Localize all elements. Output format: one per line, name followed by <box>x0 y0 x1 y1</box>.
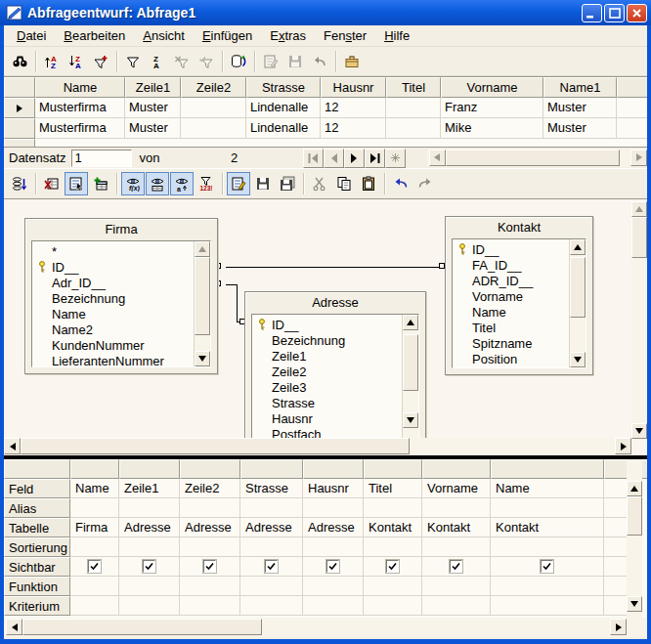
funktion-cell[interactable] <box>119 577 180 596</box>
column-header[interactable]: Zeile1 <box>125 77 181 98</box>
field-row[interactable]: Zeile3 <box>252 379 402 395</box>
feld-cell[interactable]: Name <box>491 479 604 498</box>
cell[interactable] <box>181 98 246 118</box>
criteria-column-header[interactable] <box>240 459 303 479</box>
distinct-values-icon[interactable]: 123! <box>195 172 218 195</box>
find-record-icon[interactable] <box>8 50 31 73</box>
sortierung-cell[interactable] <box>303 537 364 557</box>
column-header[interactable]: Titel <box>386 77 441 98</box>
feld-cell[interactable]: Hausnr <box>303 479 364 498</box>
sichtbar-checkbox[interactable] <box>326 560 339 573</box>
copy-icon[interactable] <box>332 172 356 195</box>
table-row[interactable]: Musterfirma Muster Lindenalle 12 Mike Mu… <box>4 118 647 139</box>
autofilter-icon[interactable] <box>89 50 112 73</box>
feld-cell[interactable]: Strasse <box>240 479 303 498</box>
minimize-button[interactable] <box>582 4 602 22</box>
field-row[interactable]: Bezeichnung <box>252 332 402 348</box>
kriterium-cell[interactable] <box>180 596 240 616</box>
field-row[interactable]: Name2 <box>32 322 194 337</box>
column-header[interactable]: Name1 <box>543 77 617 98</box>
navigator-horizontal-scrollbar[interactable] <box>427 150 647 167</box>
field-row[interactable]: FA_ID__ <box>453 257 569 273</box>
table-title[interactable]: Firma <box>25 219 217 240</box>
scroll-left-button[interactable] <box>4 438 21 454</box>
cell[interactable] <box>181 118 246 139</box>
menu-fenster[interactable]: Fenster <box>315 26 375 45</box>
cell[interactable]: Muster <box>543 98 617 118</box>
funktion-cell[interactable] <box>604 577 627 596</box>
column-header[interactable]: Zeile2 <box>181 77 246 98</box>
sortierung-cell[interactable] <box>240 537 303 557</box>
criteria-column-header[interactable] <box>70 459 119 479</box>
last-record-button[interactable] <box>365 149 385 168</box>
cell[interactable]: Muster <box>125 98 181 118</box>
first-record-button[interactable] <box>303 149 324 168</box>
alias-cell[interactable] <box>240 498 303 518</box>
apply-filter-icon[interactable] <box>195 50 218 73</box>
tabelle-cell[interactable]: Firma <box>70 518 119 537</box>
scroll-right-button[interactable] <box>615 438 631 454</box>
table-box-firma[interactable]: Firma * ID__ Adr_ID__ Bezeichnung Name N… <box>24 218 218 374</box>
sort-ascending-icon[interactable]: AZ <box>40 50 64 73</box>
field-row[interactable]: Zeile1 <box>252 348 402 364</box>
alias-icon[interactable]: a <box>170 172 194 195</box>
alias-cell[interactable] <box>491 498 604 518</box>
tabelle-cell[interactable]: Kontakt <box>364 518 422 537</box>
functions-icon[interactable]: f(x) <box>121 172 145 195</box>
previous-record-button[interactable] <box>324 149 344 168</box>
feld-cell[interactable]: Name <box>70 479 119 498</box>
funktion-cell[interactable] <box>240 577 303 596</box>
kriterium-cell[interactable] <box>491 596 604 616</box>
funktion-cell[interactable] <box>491 577 604 596</box>
table-name-icon[interactable] <box>146 172 169 195</box>
tabelle-cell[interactable]: Kontakt <box>491 518 604 537</box>
scroll-right-button[interactable] <box>610 619 627 635</box>
funktion-cell[interactable] <box>70 577 119 596</box>
cell[interactable]: Muster <box>543 118 617 139</box>
column-header[interactable]: Strasse <box>246 77 321 98</box>
field-row[interactable]: Zeile2 <box>252 364 402 379</box>
record-number-input[interactable] <box>71 150 132 167</box>
field-list-scrollbar[interactable] <box>194 241 210 366</box>
field-row[interactable]: * <box>32 243 194 259</box>
sichtbar-checkbox[interactable] <box>541 560 553 573</box>
title-bar[interactable]: Abfrageentwurf: Abfrage1 <box>0 0 651 25</box>
scrollbar-thumb[interactable] <box>22 619 262 635</box>
edit-data-icon[interactable] <box>259 50 282 73</box>
switch-design-icon[interactable] <box>227 172 250 195</box>
tabelle-cell[interactable]: Adresse <box>119 518 180 537</box>
scroll-down-button[interactable] <box>195 351 210 366</box>
table-relation-canvas[interactable]: Firma * ID__ Adr_ID__ Bezeichnung Name N… <box>4 200 631 439</box>
tabelle-cell[interactable]: Adresse <box>180 518 240 537</box>
table-row[interactable]: Musterfirma Muster Lindenalle 12 Franz M… <box>4 98 647 118</box>
scroll-up-button[interactable] <box>631 201 647 217</box>
kriterium-cell[interactable] <box>303 596 364 616</box>
sort-descending-icon[interactable]: ZA <box>65 50 88 73</box>
save-icon[interactable] <box>251 172 275 195</box>
field-row[interactable]: ID__ <box>453 241 569 257</box>
cell[interactable]: 12 <box>321 98 386 118</box>
alias-cell[interactable] <box>303 498 364 518</box>
standard-filter-icon[interactable] <box>121 50 145 73</box>
field-row[interactable]: ID__ <box>252 317 402 332</box>
sichtbar-checkbox[interactable] <box>386 560 399 573</box>
table-title[interactable]: Adresse <box>245 292 425 314</box>
kriterium-cell[interactable] <box>364 596 422 616</box>
join-line-firma-adresse[interactable] <box>237 284 238 322</box>
scroll-down-button[interactable] <box>631 423 647 439</box>
alias-cell[interactable] <box>364 498 422 518</box>
join-line-firma-kontakt[interactable] <box>226 267 440 268</box>
funktion-cell[interactable] <box>303 577 364 596</box>
scroll-left-button[interactable] <box>429 150 446 166</box>
scrollbar-thumb[interactable] <box>446 150 620 166</box>
menu-einfuegen[interactable]: Einfügen <box>194 26 261 45</box>
record-selector[interactable] <box>4 118 35 139</box>
design-horizontal-scrollbar[interactable] <box>4 438 631 455</box>
menu-extras[interactable]: Extras <box>261 26 315 45</box>
cell[interactable]: Musterfirma <box>35 118 125 139</box>
maximize-button[interactable] <box>604 4 625 22</box>
sichtbar-checkbox[interactable] <box>265 560 278 573</box>
sichtbar-checkbox[interactable] <box>88 560 101 573</box>
feld-cell[interactable]: Vorname <box>422 479 491 498</box>
save-as-icon[interactable] <box>276 172 299 195</box>
